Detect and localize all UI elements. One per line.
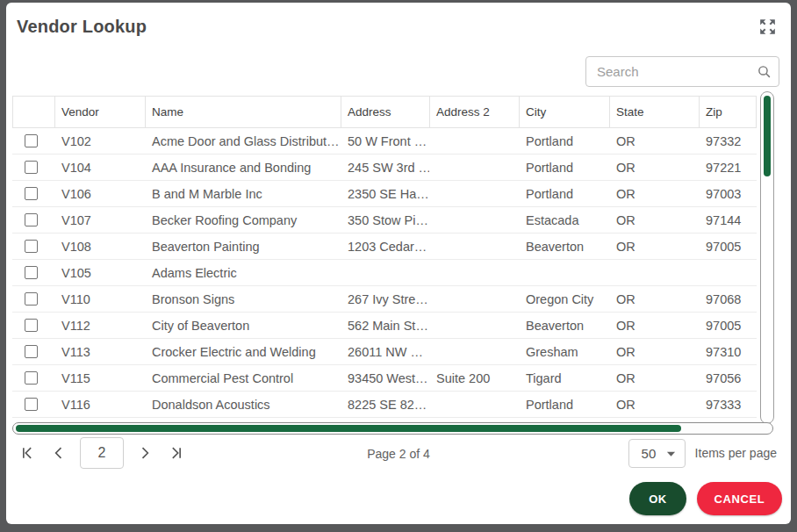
next-page-button[interactable] <box>134 442 155 464</box>
header-address2[interactable]: Address 2 <box>429 97 519 127</box>
row-checkbox-cell <box>12 181 54 206</box>
cell-state: OR <box>609 155 699 180</box>
header-name[interactable]: Name <box>145 97 341 127</box>
table-row[interactable]: V107 Becker Roofing Company 350 Stow Pi…… <box>12 207 757 234</box>
row-checkbox-cell <box>12 286 54 312</box>
cell-address: 8225 SE 82… <box>341 392 429 417</box>
vertical-scrollbar[interactable] <box>760 91 774 424</box>
cell-vendor: V104 <box>54 155 145 180</box>
row-checkbox-cell <box>12 260 54 285</box>
row-checkbox[interactable] <box>25 266 38 279</box>
cell-address2 <box>429 392 519 417</box>
chevron-down-icon <box>666 445 676 461</box>
items-per-page-label: Items per page <box>695 446 777 460</box>
ok-button[interactable]: OK <box>629 482 686 515</box>
header-select-column <box>12 97 54 127</box>
cell-city: Oregon City <box>519 286 609 312</box>
table-row[interactable]: V106 B and M Marble Inc 2350 SE Ha… Port… <box>12 181 757 207</box>
table-row[interactable]: V104 AAA Insurance and Bonding 245 SW 3r… <box>12 155 757 181</box>
row-checkbox[interactable] <box>25 134 38 147</box>
previous-page-button[interactable] <box>48 442 69 464</box>
horizontal-scrollbar-thumb[interactable] <box>16 425 681 432</box>
items-per-page-value: 50 <box>642 446 657 461</box>
header-state[interactable]: State <box>609 97 699 127</box>
cell-address2 <box>429 286 519 312</box>
header-city[interactable]: City <box>519 97 609 127</box>
last-page-button[interactable] <box>166 442 187 464</box>
cell-state <box>609 260 699 285</box>
cell-address: 2350 SE Ha… <box>341 181 429 206</box>
cell-city: Portland <box>519 155 609 180</box>
table-row[interactable]: V102 Acme Door and Glass Distribut… 50 W… <box>12 128 757 155</box>
cancel-button[interactable]: CANCEL <box>697 482 782 515</box>
cell-address: 350 Stow Pi… <box>341 207 429 233</box>
row-checkbox[interactable] <box>25 161 38 174</box>
table-row[interactable]: V112 City of Beaverton 562 Main St… Beav… <box>12 313 757 339</box>
row-checkbox[interactable] <box>25 292 38 306</box>
cell-state: OR <box>609 286 699 312</box>
cell-state: OR <box>609 207 699 233</box>
cell-name: Acme Door and Glass Distribut… <box>145 128 341 154</box>
header-zip[interactable]: Zip <box>699 97 757 127</box>
row-checkbox-cell <box>12 365 54 391</box>
cell-vendor: V102 <box>54 128 145 154</box>
row-checkbox[interactable] <box>25 213 38 226</box>
cell-vendor: V106 <box>54 181 145 206</box>
row-checkbox-cell <box>12 155 54 180</box>
header-vendor[interactable]: Vendor <box>54 97 145 127</box>
table-row[interactable]: V115 Commercial Pest Control 93450 West…… <box>12 365 757 392</box>
cell-state: OR <box>609 365 699 391</box>
cell-name: Adams Electric <box>145 260 341 285</box>
row-checkbox[interactable] <box>25 187 38 200</box>
row-checkbox-cell <box>12 234 54 259</box>
cell-vendor: V110 <box>54 286 145 312</box>
cell-name: Donaldson Acoustics <box>145 392 341 417</box>
table-row[interactable]: V110 Bronson Signs 267 Ivy Stre… Oregon … <box>12 286 757 313</box>
cell-name: Beaverton Painting <box>145 234 341 259</box>
fullscreen-expand-icon <box>757 16 779 41</box>
cell-city: Portland <box>519 181 609 206</box>
cell-address: 26011 NW … <box>341 339 429 364</box>
cell-address2 <box>429 313 519 338</box>
cell-vendor: V113 <box>54 339 145 364</box>
pagination-controls <box>17 435 187 471</box>
cell-name: City of Beaverton <box>145 313 341 338</box>
cell-state: OR <box>609 181 699 206</box>
first-page-button[interactable] <box>17 442 38 464</box>
table-row[interactable]: V116 Donaldson Acoustics 8225 SE 82… Por… <box>12 392 757 418</box>
search-field-container <box>585 56 779 87</box>
cell-state: OR <box>609 392 699 417</box>
cell-address2 <box>429 181 519 206</box>
cell-city: Portland <box>519 128 609 154</box>
table-row[interactable]: V113 Crocker Electric and Welding 26011 … <box>12 339 757 365</box>
cell-state: OR <box>609 128 699 154</box>
row-checkbox[interactable] <box>25 345 38 358</box>
horizontal-scrollbar[interactable] <box>12 422 773 435</box>
row-checkbox[interactable] <box>25 398 38 411</box>
header-address[interactable]: Address <box>341 97 429 127</box>
row-checkbox[interactable] <box>25 240 38 253</box>
expand-dialog-button[interactable] <box>755 16 779 40</box>
search-icon[interactable] <box>757 64 772 83</box>
cell-address2 <box>429 339 519 364</box>
cell-address: 245 SW 3rd … <box>341 155 429 180</box>
items-per-page-select[interactable]: 50 <box>628 439 686 468</box>
cell-name: Becker Roofing Company <box>145 207 341 233</box>
cell-zip: 97333 <box>699 392 757 417</box>
vertical-scrollbar-thumb[interactable] <box>764 96 771 176</box>
table-row[interactable]: V108 Beaverton Painting 1203 Cedar… Beav… <box>12 234 757 260</box>
cell-zip: 97221 <box>699 155 757 180</box>
cell-name: B and M Marble Inc <box>145 181 341 206</box>
table-row[interactable]: V105 Adams Electric <box>12 260 757 286</box>
row-checkbox[interactable] <box>25 319 38 332</box>
cell-vendor: V108 <box>54 234 145 259</box>
cell-address2 <box>429 128 519 154</box>
cell-address2 <box>429 207 519 233</box>
search-input[interactable] <box>585 56 779 87</box>
cell-city: Beaverton <box>519 313 609 338</box>
row-checkbox[interactable] <box>25 371 38 385</box>
cell-zip <box>699 260 757 285</box>
vendor-lookup-dialog: Vendor Lookup Vendor Name Address Addre <box>6 3 791 524</box>
page-number-input[interactable] <box>80 437 124 469</box>
cell-address2 <box>429 260 519 285</box>
